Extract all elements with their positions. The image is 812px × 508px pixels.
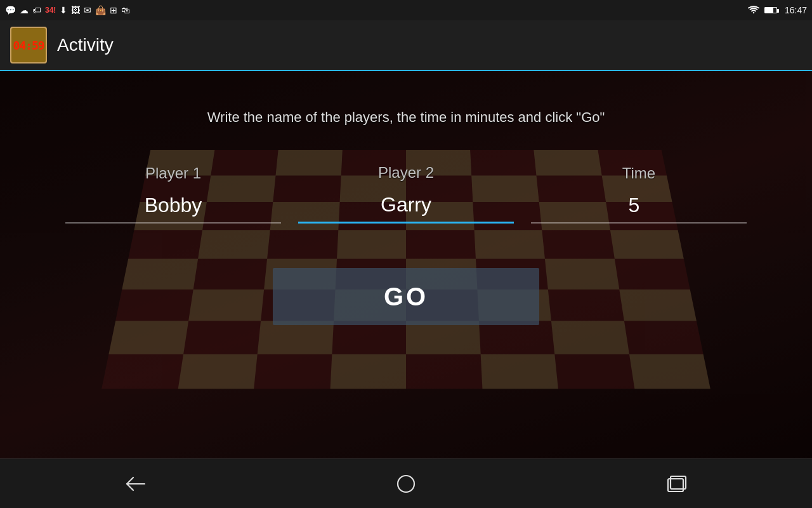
player2-wrapper — [298, 193, 514, 224]
status-right-icons: 16:47 — [748, 5, 807, 15]
back-button[interactable] — [110, 469, 160, 499]
recents-button[interactable] — [652, 469, 702, 499]
player1-group: Player 1 — [57, 164, 289, 224]
app-icon: 04:59 — [10, 27, 47, 64]
chat-icon: 💬 — [5, 5, 16, 15]
home-circle-icon — [396, 474, 416, 494]
content-area: Write the name of the players, the time … — [0, 71, 812, 489]
svg-point-1 — [398, 476, 414, 492]
go-button-label: GO — [384, 283, 428, 311]
inputs-row: Player 1 Player 2 Time — [57, 164, 755, 224]
status-bar: 💬 ☁ 🏷 34! ⬇ 🖼 ✉ 👜 ⊞ 🛍 16:47 — [0, 0, 812, 20]
time-group: Time — [523, 164, 755, 224]
back-arrow-icon — [124, 475, 146, 493]
cloud-icon: ☁ — [20, 5, 29, 15]
player1-label: Player 1 — [145, 164, 201, 182]
download-icon: ⬇ — [60, 5, 67, 15]
player1-input[interactable] — [65, 194, 281, 217]
shop-icon: 🛍 — [121, 5, 130, 15]
bag-icon: 👜 — [95, 5, 106, 15]
app-icon-timer: 04:59 — [11, 28, 46, 62]
time-input[interactable] — [531, 194, 747, 217]
main-content: Write the name of the players, the time … — [0, 71, 812, 489]
tag-icon: 🏷 — [32, 5, 41, 15]
time-wrapper — [531, 194, 747, 224]
title-bar: 04:59 Activity — [0, 20, 812, 71]
recents-icon — [667, 475, 687, 493]
instruction-text: Write the name of the players, the time … — [207, 109, 605, 126]
time-label: Time — [622, 164, 655, 182]
home-button[interactable] — [381, 469, 431, 499]
email-icon: ✉ — [84, 5, 91, 15]
go-button-container: GO — [0, 268, 812, 325]
status-notifications: 💬 ☁ 🏷 34! ⬇ 🖼 ✉ 👜 ⊞ 🛍 — [5, 5, 130, 15]
player2-input[interactable] — [298, 193, 514, 217]
player1-wrapper — [65, 194, 281, 224]
image-icon: 🖼 — [71, 5, 80, 15]
grid-icon: ⊞ — [110, 5, 117, 15]
status-time: 16:47 — [785, 5, 807, 15]
go-button[interactable]: GO — [273, 268, 539, 325]
battery-icon — [764, 7, 777, 13]
app-title: Activity — [57, 35, 114, 55]
player2-group: Player 2 — [290, 164, 522, 224]
nav-bar — [0, 458, 812, 508]
player2-label: Player 2 — [378, 164, 434, 182]
battery-low-badge: 34! — [45, 6, 56, 15]
wifi-icon — [748, 6, 759, 15]
